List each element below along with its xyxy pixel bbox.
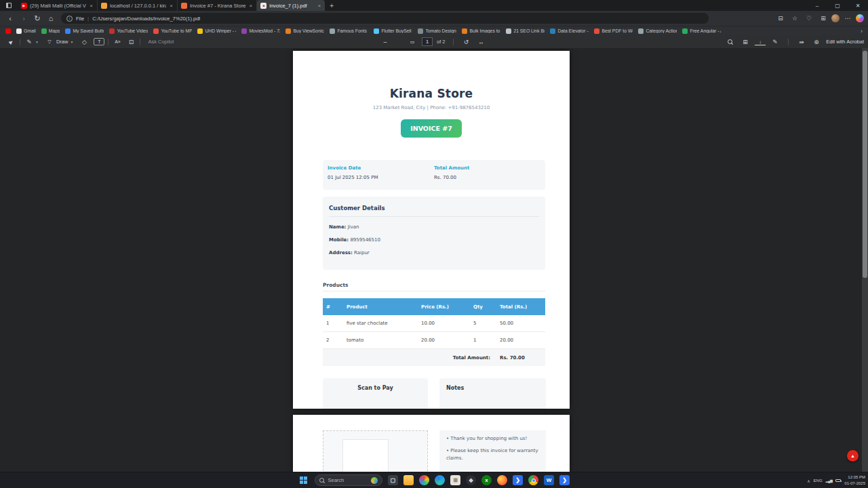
bookmark-item[interactable]: Bulk Images to Web... (462, 28, 500, 34)
erase-tool-icon[interactable]: ◇ (79, 37, 90, 47)
grand-total-label: Total Amount: (323, 355, 496, 361)
word-icon[interactable]: W (542, 474, 556, 487)
page-number-input[interactable]: 1 (422, 37, 433, 46)
bookmark-item[interactable]: YouTube to MP3 Co... (153, 28, 192, 34)
tab-close-icon[interactable]: × (249, 3, 254, 9)
file-explorer-icon[interactable] (402, 474, 416, 487)
browser-tab[interactable]: localhost / 127.0.0.1 / kirana_db |× (98, 0, 178, 11)
draw-tool-icon[interactable]: ▽ (44, 37, 55, 47)
page-view-icon[interactable]: ▭ (407, 37, 418, 47)
save-icon[interactable]: ↓ (755, 38, 766, 45)
browser-tab[interactable]: Invoice #7 - Kirana Store× (178, 0, 257, 11)
refresh-button[interactable]: ↻ (31, 12, 43, 24)
draw-tool-label[interactable]: Draw (56, 39, 68, 45)
bookmark-item[interactable]: MoviesMod - 720p... (241, 28, 280, 34)
highlight-tool-icon[interactable]: ✎ (24, 37, 35, 47)
photos-icon[interactable] (418, 474, 431, 487)
profile-avatar[interactable] (831, 14, 840, 22)
site-info-icon[interactable]: i (66, 16, 73, 22)
taskbar-clock[interactable]: 12:05 PM 01-07-2025 (844, 474, 865, 487)
bookmark-item[interactable]: Data Elevator - Micr... (550, 28, 589, 34)
rotate-icon[interactable]: ↺ (461, 37, 472, 47)
bookmark-item[interactable]: Maps (41, 28, 60, 34)
bookmark-item[interactable]: UHD Wmper - 4k Do... (197, 28, 236, 34)
search-document-icon[interactable] (728, 39, 733, 45)
bookmark-item[interactable]: Buy ViewSonic VX2... (285, 28, 324, 34)
edge-icon[interactable] (433, 474, 447, 487)
acrobat-fab-icon[interactable]: ▲ (847, 450, 859, 462)
bookmark-item[interactable] (5, 28, 11, 34)
taskbar-search-box[interactable]: Search (315, 474, 382, 486)
tab-actions-icon[interactable] (0, 0, 18, 11)
vertical-scrollbar[interactable] (862, 48, 868, 472)
edit-with-acrobat-button[interactable]: Edit with Acrobat (826, 39, 864, 45)
hide-toolbar-icon[interactable]: – (380, 37, 391, 47)
media-player-icon[interactable]: ❯ (511, 474, 525, 487)
add-text-icon[interactable]: T (94, 38, 104, 45)
dev-tool-icon[interactable]: ❯ (558, 474, 572, 487)
copilot-icon[interactable] (856, 14, 864, 22)
address-bar[interactable]: i File | C:/Users/gajan/Downloads/invoic… (61, 13, 709, 24)
tab-close-icon[interactable]: × (89, 3, 94, 9)
language-indicator[interactable]: ENG (814, 479, 823, 483)
essentials-icon[interactable]: ♡ (803, 12, 815, 24)
battery-icon[interactable] (835, 479, 841, 482)
tab-close-icon[interactable]: × (169, 3, 174, 9)
customer-name-value: Jivan (348, 224, 359, 230)
save-as-icon[interactable]: ✎ (770, 37, 781, 47)
start-button[interactable] (297, 474, 311, 487)
new-tab-button[interactable]: + (325, 2, 338, 9)
tray-chevron-icon[interactable]: ∧ (807, 479, 810, 483)
firefox-icon[interactable] (496, 474, 509, 487)
edit-icon[interactable]: ⇛ (796, 37, 807, 47)
customer-details-card: Customer Details Name: Jivan Mobile: 895… (323, 197, 545, 270)
browser-tab[interactable]: ▶(29) Malli Malli (Official Vid...× (18, 0, 98, 11)
task-view-glyph: ▢ (388, 475, 398, 485)
highlight-caret-icon[interactable]: ▼ (35, 40, 39, 44)
ask-copilot-button[interactable]: Ask Copilot (148, 39, 174, 45)
home-button[interactable]: ⌂ (45, 12, 57, 24)
bookmark-item[interactable]: Flutter BuySell for c... (374, 28, 412, 34)
maximize-button[interactable]: ▢ (827, 0, 848, 11)
chrome-icon[interactable] (527, 474, 540, 487)
search-highlight-icon (371, 477, 378, 484)
print-icon[interactable]: ⊞ (740, 37, 751, 47)
scrollbar-thumb[interactable] (863, 51, 867, 278)
browser-tab[interactable]: ■invoice_7 (1).pdf× (257, 0, 325, 11)
read-aloud-icon[interactable]: A» (112, 37, 123, 47)
xbox-icon[interactable]: x (480, 474, 494, 487)
bookmark-item[interactable]: Category Actions a... (638, 28, 677, 34)
bookmark-item[interactable]: 21 SEO Link Buildin... (506, 28, 545, 34)
extensions-icon[interactable]: ⊞ (817, 12, 829, 24)
settings-gear-icon[interactable]: ⊛ (811, 37, 822, 47)
bookmark-item[interactable]: Famous Fonts - 100... (330, 28, 368, 34)
bookmark-item[interactable]: Gmail (16, 28, 36, 34)
bookmark-item[interactable]: Tomato Design res... (418, 28, 456, 34)
back-button[interactable]: ‹ (4, 12, 16, 24)
flutter-icon (374, 28, 379, 34)
tab-close-icon[interactable]: × (317, 3, 322, 9)
ms-store-icon[interactable]: ⊞ (449, 474, 462, 487)
task-view-icon[interactable]: ▢ (387, 474, 400, 487)
customer-mobile-value: 8959546510 (350, 237, 380, 243)
fit-to-width-icon[interactable]: ↔ (476, 37, 487, 47)
bookmark-item[interactable]: YouTube Video Do... (109, 28, 148, 34)
forward-button[interactable]: › (18, 12, 30, 24)
add-image-icon[interactable]: ⊡ (125, 37, 136, 47)
bookmark-label: Tomato Design res... (425, 28, 456, 33)
settings-more-icon[interactable]: ⋯ (842, 12, 854, 24)
bookmark-item[interactable]: Best PDF to Word C... (594, 28, 633, 34)
draw-caret-icon[interactable]: ▼ (70, 40, 73, 44)
scan-to-pay-card: Scan to Pay (323, 378, 428, 409)
bookmarks-overflow-chevron[interactable]: › (861, 28, 863, 35)
bookmark-item[interactable]: Free Angular - Ang... (682, 28, 721, 34)
minimize-button[interactable]: – (807, 0, 827, 11)
media-player-glyph: ❯ (513, 475, 523, 485)
bookmark-item[interactable]: My Saved Buttons -... (65, 28, 104, 34)
close-button[interactable]: ✕ (848, 0, 868, 11)
unity-hub-icon[interactable]: ◆ (465, 474, 478, 487)
select-tool-icon[interactable]: ▶ (3, 35, 18, 49)
network-signal-icon[interactable]: ▂▄▆ (826, 479, 833, 483)
split-screen-icon[interactable]: ⊟ (774, 12, 787, 24)
favorites-icon[interactable]: ☆ (789, 12, 801, 24)
